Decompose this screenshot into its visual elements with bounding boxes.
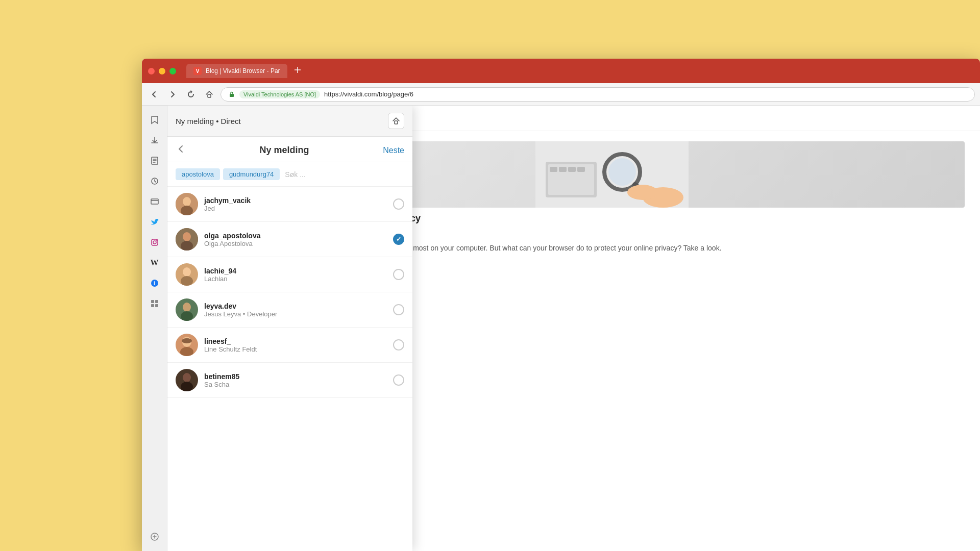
avatar-lineesf bbox=[176, 334, 198, 356]
svg-rect-14 bbox=[151, 304, 154, 307]
contact-display-lineesf: Line Schultz Feldt bbox=[204, 345, 387, 353]
compose-area: Ny melding Neste apostolova gudmundurg74… bbox=[167, 137, 412, 551]
notes-panel-icon[interactable] bbox=[145, 152, 164, 170]
tab-area: V Blog | Vivaldi Browser - Par bbox=[186, 64, 305, 78]
wikipedia-panel-icon[interactable]: W bbox=[145, 254, 164, 272]
svg-text:i: i bbox=[154, 281, 155, 286]
contact-display-leyva: Jesus Leyva • Developer bbox=[204, 310, 387, 318]
contact-display-lachie: Lachlan bbox=[204, 275, 387, 283]
svg-rect-53 bbox=[559, 167, 567, 172]
recipients-row: apostolova gudmundurg74 Søk ... bbox=[167, 162, 412, 187]
contact-info-leyva: leyva.dev Jesus Leyva • Developer bbox=[204, 302, 387, 318]
avatar-lachie bbox=[176, 263, 198, 286]
svg-rect-3 bbox=[230, 94, 234, 97]
title-bar: V Blog | Vivaldi Browser - Par bbox=[142, 59, 980, 83]
svg-point-9 bbox=[156, 240, 157, 241]
compose-title: Ny melding bbox=[260, 145, 309, 156]
browser-window: V Blog | Vivaldi Browser - Par bbox=[142, 59, 980, 551]
active-tab[interactable]: V Blog | Vivaldi Browser - Par bbox=[186, 64, 287, 78]
url-text: https://vivaldi.com/blog/page/6 bbox=[324, 90, 413, 98]
svg-point-19 bbox=[183, 197, 191, 206]
new-tab-button[interactable] bbox=[290, 65, 305, 78]
compose-header: Ny melding Neste bbox=[167, 137, 412, 162]
svg-rect-6 bbox=[151, 199, 158, 204]
select-lineesf[interactable] bbox=[393, 339, 404, 350]
svg-rect-55 bbox=[577, 167, 585, 172]
home-button[interactable] bbox=[202, 88, 216, 101]
svg-rect-17 bbox=[395, 121, 398, 124]
contact-info-olga: olga_apostolova Olga Apostolova bbox=[204, 232, 387, 247]
facebook-panel-icon[interactable]: i bbox=[145, 274, 164, 292]
svg-point-57 bbox=[627, 185, 658, 200]
instagram-panel-icon[interactable] bbox=[145, 233, 164, 252]
contact-list: jachym_vacik Jed bbox=[167, 187, 412, 551]
avatar-jachym bbox=[176, 193, 198, 215]
svg-point-48 bbox=[608, 158, 636, 186]
select-lachie[interactable] bbox=[393, 269, 404, 280]
svg-rect-15 bbox=[155, 304, 158, 307]
recipient-search-placeholder: Søk ... bbox=[283, 168, 307, 181]
add-panel-button[interactable] bbox=[145, 528, 164, 546]
compose-message-panel: Ny melding • Direct Ny melding Neste bbox=[167, 106, 412, 551]
refresh-button[interactable] bbox=[184, 88, 198, 101]
history-panel-icon[interactable] bbox=[145, 172, 164, 190]
contact-info-lineesf: lineesf_ Line Schultz Feldt bbox=[204, 337, 387, 353]
popup-header: Ny melding • Direct bbox=[167, 106, 412, 137]
svg-rect-54 bbox=[568, 167, 576, 172]
contact-username-lachie: lachie_94 bbox=[204, 267, 387, 275]
svg-rect-12 bbox=[151, 300, 154, 303]
close-button[interactable] bbox=[148, 68, 155, 74]
page-content: Ny melding • Direct Ny melding Neste bbox=[167, 106, 980, 551]
svg-point-33 bbox=[182, 338, 192, 343]
svg-rect-52 bbox=[550, 167, 557, 172]
panels-panel-icon[interactable] bbox=[145, 192, 164, 211]
contact-username-olga: olga_apostolova bbox=[204, 232, 387, 240]
back-button[interactable] bbox=[147, 88, 161, 101]
svg-rect-1 bbox=[297, 67, 298, 73]
address-bar[interactable]: Vivaldi Technologies AS [NO] https://viv… bbox=[220, 87, 975, 102]
contact-info-lachie: lachie_94 Lachlan bbox=[204, 267, 387, 283]
contact-item-olga[interactable]: olga_apostolova Olga Apostolova bbox=[167, 222, 412, 257]
contact-item-lachie[interactable]: lachie_94 Lachlan bbox=[167, 257, 412, 292]
contact-display-betinem: Sa Scha bbox=[204, 381, 387, 388]
bookmarks-panel-icon[interactable] bbox=[145, 111, 164, 129]
forward-button[interactable] bbox=[165, 88, 180, 101]
select-olga[interactable] bbox=[393, 234, 404, 245]
select-leyva[interactable] bbox=[393, 304, 404, 315]
svg-rect-13 bbox=[155, 300, 158, 303]
downloads-panel-icon[interactable] bbox=[145, 131, 164, 149]
svg-rect-2 bbox=[208, 94, 211, 97]
back-button[interactable] bbox=[176, 144, 186, 157]
contact-item-lineesf[interactable]: lineesf_ Line Schultz Feldt bbox=[167, 328, 412, 363]
ssl-badge: Vivaldi Technologies AS [NO] bbox=[239, 90, 320, 98]
contact-username-betinem: betinem85 bbox=[204, 372, 387, 381]
svg-point-28 bbox=[183, 303, 191, 312]
contact-info-betinem: betinem85 Sa Scha bbox=[204, 372, 387, 388]
tab-title: Blog | Vivaldi Browser - Par bbox=[206, 67, 280, 74]
popup-home-button[interactable] bbox=[388, 113, 404, 129]
recipient-tag-gudmundurg74[interactable]: gudmundurg74 bbox=[223, 168, 280, 180]
twitter-panel-icon[interactable] bbox=[145, 213, 164, 231]
next-button[interactable]: Neste bbox=[383, 146, 404, 155]
contact-item-leyva[interactable]: leyva.dev Jesus Leyva • Developer bbox=[167, 292, 412, 328]
select-jachym[interactable] bbox=[393, 198, 404, 210]
contact-username-jachym: jachym_vacik bbox=[204, 196, 387, 205]
contact-item-betinem[interactable]: betinem85 Sa Scha bbox=[167, 363, 412, 398]
contact-username-lineesf: lineesf_ bbox=[204, 337, 387, 345]
sidebar: W i bbox=[142, 106, 167, 551]
select-betinem[interactable] bbox=[393, 374, 404, 386]
recipient-tag-apostolova[interactable]: apostolova bbox=[176, 168, 220, 180]
avatar-leyva bbox=[176, 298, 198, 321]
svg-point-35 bbox=[183, 373, 191, 382]
maximize-button[interactable] bbox=[169, 68, 176, 74]
tab-favicon: V bbox=[193, 67, 202, 75]
svg-point-22 bbox=[183, 232, 191, 241]
custom-panel-icon[interactable] bbox=[145, 294, 164, 313]
svg-point-25 bbox=[183, 267, 191, 277]
contact-item-jachym[interactable]: jachym_vacik Jed bbox=[167, 187, 412, 222]
minimize-button[interactable] bbox=[159, 68, 165, 74]
svg-point-8 bbox=[153, 241, 156, 244]
navigation-bar: Vivaldi Technologies AS [NO] https://viv… bbox=[142, 83, 980, 106]
content-area: W i Ny melding • Direct bbox=[142, 106, 980, 551]
avatar-olga bbox=[176, 228, 198, 251]
